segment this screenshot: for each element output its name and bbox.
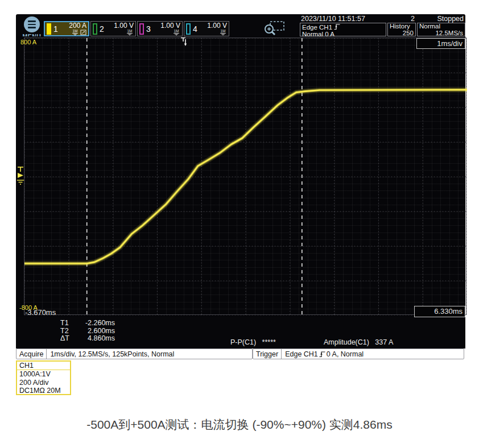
svg-text:1M: 1M [174, 29, 179, 33]
rising-edge-icon-small [319, 351, 325, 358]
amplitude-label: Amplitude(C1) [324, 338, 369, 346]
sample-rate: 12.5MS/s [419, 30, 463, 37]
ch2-scale: 1.00 V [114, 23, 134, 29]
timebase-readout: 1ms/div [416, 38, 465, 49]
rising-edge-icon [334, 23, 340, 30]
ch3-scale: 1.00 V [160, 23, 180, 29]
history-count: 250 [390, 30, 414, 37]
acquisition-mode-box[interactable]: Normal 12.5MS/s [417, 23, 465, 36]
ch1-number: 1 [53, 24, 58, 34]
amplitude-measurement: Amplitude(C1) 337 A [324, 338, 393, 346]
pp-value: ***** [262, 338, 276, 346]
pp-label: P-P(C1) [230, 338, 256, 346]
trigger-level-marker[interactable] [16, 166, 25, 186]
left-time-label: -3.670ms [25, 308, 56, 317]
channel-info-area: CH1 1000A:1V 200 A/div DC1MΩ 20M [16, 359, 465, 397]
svg-text:1M: 1M [127, 29, 132, 33]
channel-1-box[interactable]: 1 200 A 1M [44, 21, 89, 36]
ch3-impedance-icon: 1M [172, 29, 180, 35]
cursor-t2-label: T2 [60, 327, 74, 335]
pp-measurement: P-P(C1) ***** [230, 338, 276, 346]
acquire-label: Acquire [16, 349, 47, 359]
cursor-readout-block: T1 -2.260ms T2 2.600ms ΔT 4.860ms [60, 320, 115, 343]
history-label: History [390, 23, 414, 30]
trigger-position-marker[interactable] [180, 37, 188, 47]
trigger-settings-box[interactable]: Edge CH1 Normal 0 A [300, 23, 386, 36]
cursor-t2-value: 2.600ms [74, 327, 115, 335]
channel-box-row: 1 200 A 1M [44, 21, 229, 36]
acq-mode-label: Normal [419, 23, 463, 30]
right-time-label: 6.330ms [414, 306, 465, 317]
channel-2-box[interactable]: 2 1.00 V 1M [90, 21, 136, 36]
ch1-color-bar [47, 23, 51, 35]
bottom-status-bar: Acquire 1ms/div, 12.5MS/s, 125kPoints, N… [16, 349, 465, 359]
top-amplitude-label: 800 A [20, 39, 36, 45]
ch4-number: 4 [193, 24, 197, 34]
trigger-value-pre: Edge CH1 [285, 350, 318, 358]
cursor-t1-value: -2.260ms [74, 320, 115, 327]
trigger-label: Trigger [253, 349, 282, 359]
run-state: Stopped [437, 15, 464, 23]
trigger-status-box[interactable]: Trigger Edge CH1 0 A, Normal [253, 349, 464, 359]
ch4-color-bar [186, 23, 191, 35]
zoom-search-icon[interactable] [262, 20, 286, 36]
trigger-value-post: 0 A, Normal [327, 350, 364, 358]
acquire-value: 1ms/div, 12.5MS/s, 125kPoints, Normal [47, 350, 177, 358]
ch1-impedance-icon: 1M [71, 29, 79, 35]
datetime: 2023/11/10 11:51:57 [301, 15, 365, 23]
amplitude-value: 337 A [375, 338, 393, 346]
ch1-coupling: DC1MΩ 20M [17, 387, 70, 395]
cursor-t2-row: T2 2.600ms [60, 327, 115, 335]
cursor-dt-value: 4.860ms [74, 335, 115, 343]
ch1-probe-ratio: 1000A:1V [17, 370, 70, 379]
acquire-status-box[interactable]: Acquire 1ms/div, 12.5MS/s, 125kPoints, N… [16, 349, 253, 359]
channel-4-box[interactable]: 4 1.00 V 1M [184, 21, 229, 36]
ch2-impedance-icon: 1M [126, 29, 134, 35]
ch3-color-bar [139, 23, 144, 35]
history-box[interactable]: History 250 [387, 23, 416, 36]
ch4-scale: 1.00 V [207, 23, 227, 29]
graticule[interactable] [24, 38, 466, 315]
svg-text:1M: 1M [220, 29, 225, 33]
channel-3-box[interactable]: 3 1.00 V 1M [137, 21, 183, 36]
hamburger-icon [24, 16, 40, 32]
svg-text:1M: 1M [72, 29, 77, 33]
ch3-number: 3 [146, 24, 151, 34]
cursor-t1-label: T1 [60, 320, 74, 327]
ch1-scale: 200 A [69, 23, 86, 29]
ch1-vertical-scale: 200 A/div [17, 379, 70, 387]
trigger-type: Edge CH1 [302, 24, 332, 31]
acquisition-count: 2 [387, 15, 415, 23]
waveform-display-area: 800 A -800 A 1ms/div -3.670ms 6.330ms [16, 36, 465, 317]
ch2-number: 2 [100, 24, 104, 34]
ch1-probe-icon [80, 29, 86, 35]
cursor-t1-row: T1 -2.260ms [60, 320, 115, 327]
figure-caption: -500A到+500A测试：电流切换 (-90%~+90%) 实测4.86ms [0, 417, 479, 433]
cursor-dt-label: ΔT [60, 335, 74, 343]
waveform-svg [24, 38, 467, 316]
ch1-settings-panel[interactable]: CH1 1000A:1V 200 A/div DC1MΩ 20M [16, 360, 71, 395]
cursor-dt-row: ΔT 4.860ms [60, 335, 115, 343]
ch1-panel-title: CH1 [17, 362, 70, 370]
oscilloscope-screen: 2023/11/10 11:51:57 2 Stopped MENU 1 200… [16, 14, 465, 397]
ch2-color-bar [93, 23, 97, 35]
ch4-impedance-icon: 1M [219, 29, 227, 35]
